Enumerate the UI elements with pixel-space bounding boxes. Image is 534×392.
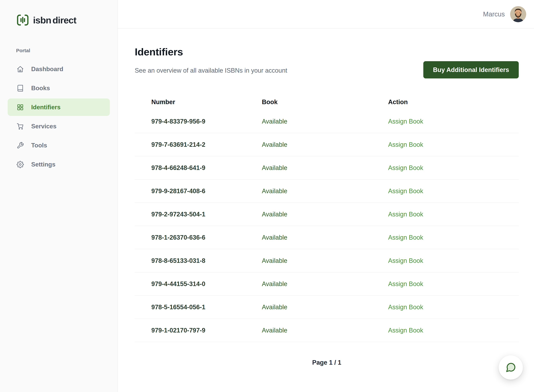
- table-row: 978-5-16554-056-1 Available Assign Book: [135, 296, 519, 319]
- sidebar-item-services[interactable]: Services: [8, 117, 110, 135]
- assign-book-link[interactable]: Assign Book: [388, 211, 423, 218]
- book-status: Available: [262, 164, 388, 172]
- table-row: 978-4-66248-641-9 Available Assign Book: [135, 156, 519, 180]
- buy-additional-identifiers-button[interactable]: Buy Additional Identifiers: [423, 61, 519, 79]
- sidebar-item-label: Settings: [31, 161, 55, 168]
- brand-logo[interactable]: isbndirect: [16, 14, 118, 27]
- sidebar-item-label: Services: [31, 123, 57, 130]
- isbn-number: 979-2-97243-504-1: [151, 211, 262, 218]
- sidebar-item-settings[interactable]: Settings: [8, 156, 110, 173]
- assign-book-link[interactable]: Assign Book: [388, 118, 423, 125]
- table-row: 979-2-97243-504-1 Available Assign Book: [135, 203, 519, 226]
- isbn-number: 979-1-02170-797-9: [151, 327, 262, 334]
- assign-book-link[interactable]: Assign Book: [388, 234, 423, 241]
- table-row: 979-1-02170-797-9 Available Assign Book: [135, 319, 519, 342]
- gear-icon: [17, 161, 24, 168]
- page-subtitle: See an overview of all available ISBNs i…: [135, 67, 287, 74]
- sidebar: isbndirect Portal Dashboard Books Identi…: [0, 0, 118, 392]
- table-body: 979-4-83379-956-9 Available Assign Book …: [135, 110, 519, 342]
- book-status: Available: [262, 327, 388, 334]
- grid-icon: [17, 104, 24, 111]
- sidebar-item-identifiers[interactable]: Identifiers: [8, 98, 110, 116]
- identifiers-table: Number Book Action 979-4-83379-956-9 Ava…: [135, 94, 519, 342]
- table-row: 979-4-44155-314-0 Available Assign Book: [135, 272, 519, 296]
- user-name: Marcus: [483, 10, 505, 18]
- sidebar-item-tools[interactable]: Tools: [8, 137, 110, 154]
- topbar: Marcus: [118, 0, 534, 28]
- pagination-status: Page 1 / 1: [135, 359, 519, 366]
- cart-icon: [17, 123, 24, 130]
- sidebar-item-label: Dashboard: [31, 66, 63, 73]
- isbn-number: 978-8-65133-031-8: [151, 257, 262, 264]
- user-photo-avatar: [510, 6, 526, 22]
- book-status: Available: [262, 141, 388, 148]
- chat-bubble-icon: [505, 362, 516, 373]
- sidebar-item-books[interactable]: Books: [8, 79, 110, 97]
- wrench-icon: [17, 142, 24, 149]
- isbn-number: 978-4-66248-641-9: [151, 164, 262, 172]
- assign-book-link[interactable]: Assign Book: [388, 187, 423, 195]
- book-status: Available: [262, 118, 388, 125]
- sidebar-item-dashboard[interactable]: Dashboard: [8, 60, 110, 78]
- sidebar-item-label: Books: [31, 85, 50, 92]
- table-row: 979-7-63691-214-2 Available Assign Book: [135, 133, 519, 156]
- isbn-number: 978-5-16554-056-1: [151, 304, 262, 311]
- book-status: Available: [262, 257, 388, 264]
- book-status: Available: [262, 304, 388, 311]
- page-title: Identifiers: [135, 46, 287, 58]
- isbn-number: 978-1-26370-636-6: [151, 234, 262, 241]
- column-header-book: Book: [262, 98, 388, 106]
- assign-book-link[interactable]: Assign Book: [388, 280, 423, 287]
- table-row: 978-8-65133-031-8 Available Assign Book: [135, 249, 519, 272]
- table-row: 979-4-83379-956-9 Available Assign Book: [135, 110, 519, 133]
- book-icon: [17, 84, 24, 92]
- book-status: Available: [262, 187, 388, 195]
- page-content: Identifiers See an overview of all avail…: [118, 28, 534, 366]
- home-icon: [17, 65, 24, 73]
- barcode-scan-icon: [16, 14, 29, 27]
- column-header-number: Number: [151, 98, 262, 106]
- assign-book-link[interactable]: Assign Book: [388, 164, 423, 171]
- avatar: [510, 6, 526, 22]
- book-status: Available: [262, 234, 388, 241]
- isbn-number: 979-9-28167-408-6: [151, 187, 262, 195]
- table-row: 979-9-28167-408-6 Available Assign Book: [135, 180, 519, 203]
- table-header-row: Number Book Action: [135, 94, 519, 110]
- sidebar-section-label: Portal: [16, 48, 118, 53]
- table-row: 978-1-26370-636-6 Available Assign Book: [135, 226, 519, 249]
- book-status: Available: [262, 211, 388, 218]
- sidebar-nav: Dashboard Books Identifiers Services: [0, 60, 118, 173]
- chat-fab-button[interactable]: [499, 355, 523, 380]
- assign-book-link[interactable]: Assign Book: [388, 304, 423, 311]
- brand-name: isbndirect: [33, 15, 76, 26]
- sidebar-item-label: Identifiers: [31, 104, 61, 111]
- assign-book-link[interactable]: Assign Book: [388, 327, 423, 334]
- assign-book-link[interactable]: Assign Book: [388, 257, 423, 264]
- isbn-number: 979-4-83379-956-9: [151, 118, 262, 125]
- assign-book-link[interactable]: Assign Book: [388, 141, 423, 148]
- user-menu[interactable]: Marcus: [483, 6, 526, 22]
- book-status: Available: [262, 280, 388, 288]
- sidebar-item-label: Tools: [31, 142, 47, 149]
- column-header-action: Action: [388, 98, 502, 106]
- isbn-number: 979-4-44155-314-0: [151, 280, 262, 288]
- main-area: Marcus: [118, 0, 534, 392]
- isbn-number: 979-7-63691-214-2: [151, 141, 262, 148]
